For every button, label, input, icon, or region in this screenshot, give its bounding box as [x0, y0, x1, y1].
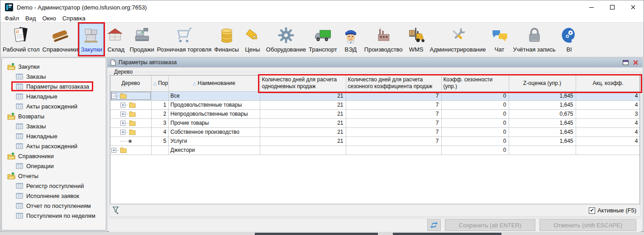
- sidebar-item[interactable]: Параметры автозаказа: [14, 82, 91, 90]
- table-row[interactable]: +2Непродовольственные товары21700,6753: [110, 109, 640, 118]
- column-header[interactable]: Z-оценка (упр.): [509, 75, 576, 91]
- sidebar-item[interactable]: Отчеты: [5, 172, 40, 180]
- value-cell[interactable]: 21: [260, 109, 346, 118]
- toolbar-item[interactable]: 12Рабочий стол: [1, 24, 41, 55]
- table-row[interactable]: 5Услуги21701,6454: [110, 136, 640, 146]
- value-cell[interactable]: 0,675: [509, 109, 576, 118]
- expand-icon[interactable]: +: [120, 103, 125, 108]
- value-cell[interactable]: 7: [346, 91, 441, 100]
- sidebar-item[interactable]: Поступления по неделям: [14, 212, 97, 220]
- table-row[interactable]: +3Прочие товары21701,6454: [110, 118, 640, 127]
- panel-title-bar[interactable]: Параметры автозаказа: [107, 57, 643, 67]
- name-cell[interactable]: Все: [168, 91, 260, 100]
- table-row[interactable]: −Все21701,6454: [110, 91, 640, 100]
- active-checkbox[interactable]: ✔ Активные (F5): [589, 207, 636, 214]
- tree-cell[interactable]: +: [110, 118, 151, 127]
- sidebar-item[interactable]: Исполнение заявок: [14, 192, 81, 200]
- value-cell[interactable]: 0: [441, 91, 509, 100]
- expand-icon[interactable]: +: [120, 121, 125, 126]
- toolbar-item[interactable]: Розничная торговля: [156, 24, 213, 55]
- sidebar-item[interactable]: Акты расхождений: [14, 102, 79, 110]
- close-button[interactable]: [623, 0, 644, 14]
- order-cell[interactable]: 4: [151, 127, 168, 136]
- cancel-button[interactable]: Отменить (shift ESCAPE): [539, 219, 636, 231]
- value-cell[interactable]: 1,645: [509, 136, 576, 146]
- sidebar-item[interactable]: Заказы: [14, 122, 48, 130]
- toolbar-item[interactable]: Склад: [104, 24, 128, 55]
- menu-item[interactable]: Окно: [39, 15, 59, 22]
- expand-icon[interactable]: +: [120, 130, 125, 135]
- maximize-button[interactable]: [602, 0, 623, 14]
- refresh-button[interactable]: [427, 219, 441, 231]
- table-row[interactable]: +4Собственное производство21701,6454: [110, 127, 640, 136]
- value-cell[interactable]: 7: [346, 136, 441, 146]
- toolbar-item[interactable]: Производство: [363, 24, 404, 55]
- checkbox-box[interactable]: ✔: [589, 207, 595, 214]
- value-cell[interactable]: [346, 146, 441, 155]
- value-cell[interactable]: 0: [441, 127, 509, 136]
- value-cell[interactable]: 1,645: [509, 91, 576, 100]
- tree-cell[interactable]: +: [110, 100, 151, 109]
- order-cell[interactable]: 5: [151, 136, 168, 146]
- sidebar-item[interactable]: Накладные: [14, 92, 59, 100]
- panel-close-button[interactable]: [631, 58, 639, 66]
- toolbar-item[interactable]: WMS: [404, 24, 429, 55]
- expand-icon[interactable]: +: [111, 148, 116, 153]
- toolbar-item[interactable]: Транспорт: [307, 24, 339, 55]
- toolbar-item[interactable]: Администрирование: [429, 24, 487, 55]
- sidebar-item[interactable]: Акты расхождений: [14, 142, 79, 150]
- toolbar-item[interactable]: Финансы: [213, 24, 240, 55]
- value-cell[interactable]: 4: [576, 136, 640, 146]
- name-cell[interactable]: Услуги: [168, 136, 260, 146]
- sidebar-item[interactable]: Регистр поступлений: [14, 182, 86, 190]
- column-header[interactable]: Количество дней для расчета сезонного ко…: [346, 75, 441, 91]
- table-row[interactable]: +Джестори0: [110, 146, 640, 155]
- menu-item[interactable]: Вид: [22, 15, 39, 22]
- value-cell[interactable]: 4: [576, 91, 640, 100]
- value-cell[interactable]: 7: [346, 127, 441, 136]
- sidebar-item[interactable]: Операции: [14, 162, 56, 170]
- name-cell[interactable]: Непродовольственные товары: [168, 109, 260, 118]
- value-cell[interactable]: 4: [576, 100, 640, 109]
- sidebar-item[interactable]: Возвраты: [5, 112, 46, 120]
- value-cell[interactable]: 21: [260, 118, 346, 127]
- expand-icon[interactable]: +: [120, 112, 125, 117]
- tree-cell[interactable]: +: [110, 127, 151, 136]
- toolbar-item[interactable]: Цены: [240, 24, 265, 55]
- title-bar[interactable]: Demo - Администратор (demo.lsfusion.org:…: [0, 0, 644, 14]
- value-cell[interactable]: 0: [441, 136, 509, 146]
- column-header[interactable]: Количество дней для расчета однодневных …: [260, 75, 346, 91]
- tree-cell[interactable]: +: [110, 109, 151, 118]
- value-cell[interactable]: 1,645: [509, 127, 576, 136]
- value-cell[interactable]: 4: [576, 127, 640, 136]
- save-button[interactable]: Сохранить (alt ENTER): [445, 219, 535, 231]
- value-cell[interactable]: 1,645: [509, 118, 576, 127]
- order-cell[interactable]: [151, 91, 168, 100]
- value-cell[interactable]: 21: [260, 100, 346, 109]
- value-cell[interactable]: 0: [441, 146, 509, 155]
- name-cell[interactable]: Джестори: [168, 146, 260, 155]
- sidebar-item[interactable]: Справочники: [5, 152, 56, 160]
- value-cell[interactable]: 0: [441, 100, 509, 109]
- tree-cell[interactable]: −: [110, 91, 151, 100]
- minimize-button[interactable]: [581, 0, 602, 14]
- toolbar-item[interactable]: Продажи: [128, 24, 155, 55]
- value-cell[interactable]: 21: [260, 91, 346, 100]
- value-cell[interactable]: [576, 146, 640, 155]
- toolbar-item[interactable]: Чат: [487, 24, 512, 55]
- value-cell[interactable]: 0: [441, 109, 509, 118]
- tree-cell[interactable]: +: [110, 146, 151, 155]
- value-cell[interactable]: [260, 146, 346, 155]
- toolbar-item[interactable]: Справочники: [41, 24, 80, 55]
- sidebar-item[interactable]: Накладные: [14, 132, 59, 140]
- value-cell[interactable]: 0: [441, 118, 509, 127]
- tree-cell[interactable]: [110, 136, 151, 146]
- menu-item[interactable]: Справка: [59, 15, 89, 22]
- filter-add-icon[interactable]: [112, 206, 120, 215]
- column-header[interactable]: △Пор: [151, 75, 168, 91]
- toolbar-item[interactable]: Закупки: [79, 24, 104, 55]
- sidebar-item[interactable]: Отчет по поступлениям: [14, 202, 93, 210]
- order-cell[interactable]: 2: [151, 109, 168, 118]
- order-cell[interactable]: [151, 146, 168, 155]
- value-cell[interactable]: 7: [346, 118, 441, 127]
